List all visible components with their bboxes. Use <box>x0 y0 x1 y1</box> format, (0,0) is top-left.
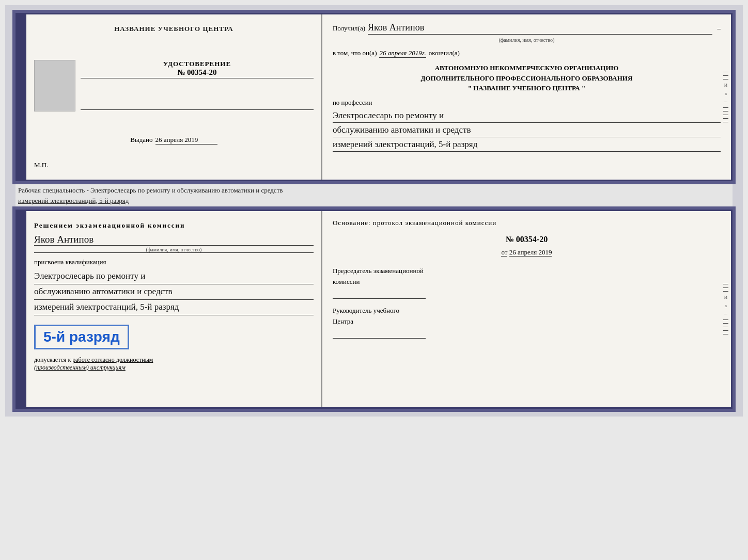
decision-sub: (фамилия, имя, отчество) <box>34 247 314 253</box>
basis-number: № 00354-20 <box>333 235 721 244</box>
top-cert-left: НАЗВАНИЕ УЧЕБНОГО ЦЕНТРА УДОСТОВЕРЕНИЕ №… <box>26 14 322 180</box>
qualification-line1: Электрослесарь по ремонту и <box>34 269 314 284</box>
cert-number-block: УДОСТОВЕРЕНИЕ № 00354-20 <box>81 60 314 78</box>
photo-placeholder <box>34 60 75 111</box>
statement-date: 26 апреля 2019г. <box>379 49 426 58</box>
basis-date-row: от 26 апреля 2019 <box>333 248 721 257</box>
допуск-label: допускается к <box>34 356 71 363</box>
chairman-label: Председатель экзаменационной <box>333 267 721 275</box>
director-sub: Центра <box>333 317 721 326</box>
допуск-value: работе согласно должностным <box>72 356 153 363</box>
decision-name: Яков Антипов <box>34 234 314 246</box>
bottom-cert-right: Основание: протокол экзаменационной коми… <box>322 211 731 407</box>
recipient-label: Получил(а) <box>333 24 365 33</box>
допуск-row: допускается к работе согласно должностны… <box>34 356 314 372</box>
statement-end: окончил(а) <box>429 49 460 57</box>
description-line2: измерений электростанций, 5-й разряд <box>18 196 730 206</box>
bottom-left-decoration <box>17 211 26 407</box>
description-text: Рабочая специальность - Электрослесарь п… <box>15 181 733 210</box>
org-block: АВТОНОМНУЮ НЕКОММЕРЧЕСКУЮ ОРГАНИЗАЦИЮ ДО… <box>333 63 721 93</box>
qualification-line2: обслуживанию автоматики и средств <box>34 284 314 300</box>
chairman-block: Председатель экзаменационной комиссии <box>333 267 721 299</box>
decision-title: Решением экзаменационной комиссии <box>34 221 314 230</box>
top-cert-right: Получил(а) Яков Антипов – (фамилия, имя,… <box>322 14 731 180</box>
bottom-certificate: Решением экзаменационной комиссии Яков А… <box>15 210 733 409</box>
profession-line2: обслуживанию автоматики и средств <box>333 123 721 137</box>
org-line2: ДОПОЛНИТЕЛЬНОГО ПРОФЕССИОНАЛЬНОГО ОБРАЗО… <box>333 73 721 84</box>
basis-date: 26 апреля 2019 <box>509 248 552 257</box>
date-label: Выдано <box>130 136 152 144</box>
org-line3: " НАЗВАНИЕ УЧЕБНОГО ЦЕНТРА " <box>333 83 721 93</box>
bottom-cert-left: Решением экзаменационной комиссии Яков А… <box>26 211 322 407</box>
mp-label: М.П. <box>34 161 48 169</box>
profession-line3: измерений электростанций, 5-й разряд <box>333 137 721 152</box>
recipient-name: Яков Антипов <box>368 22 712 35</box>
qualification-label: присвоена квалификация <box>34 258 314 266</box>
chairman-signature-line <box>333 289 426 299</box>
right-margin-deco: И а ← <box>721 14 731 180</box>
director-signature-line <box>333 328 426 339</box>
director-label: Руководитель учебного <box>333 307 721 315</box>
profession-line1: Электрослесарь по ремонту и <box>333 108 721 123</box>
statement-label: в том, что он(а) <box>333 49 377 57</box>
basis-label: Основание: протокол экзаменационной коми… <box>333 219 721 227</box>
basis-date-prefix: от <box>501 248 507 257</box>
date-value: 26 апреля 2019 <box>155 136 217 145</box>
recipient-row: Получил(а) Яков Антипов – <box>333 22 721 35</box>
chairman-sub: комиссии <box>333 278 721 286</box>
rank-badge: 5-й разряд <box>34 325 129 349</box>
statement-row: в том, что он(а) 26 апреля 2019г. окончи… <box>333 49 721 58</box>
cert-number: № 00354-20 <box>81 68 314 78</box>
recipient-sub: (фамилия, имя, отчество) <box>333 37 721 43</box>
left-decoration <box>17 14 26 180</box>
cert-date-row: Выдано 26 апреля 2019 <box>130 136 217 145</box>
top-cert-title: НАЗВАНИЕ УЧЕБНОГО ЦЕНТРА <box>114 25 233 33</box>
description-line1: Рабочая специальность - Электрослесарь п… <box>18 185 730 196</box>
profession-label: по профессии <box>333 99 721 107</box>
page-wrapper: НАЗВАНИЕ УЧЕБНОГО ЦЕНТРА УДОСТОВЕРЕНИЕ №… <box>5 5 743 417</box>
top-certificate: НАЗВАНИЕ УЧЕБНОГО ЦЕНТРА УДОСТОВЕРЕНИЕ №… <box>15 13 733 181</box>
допуск-italic: (производственным) инструкциям <box>34 364 126 371</box>
org-line1: АВТОНОМНУЮ НЕКОММЕРЧЕСКУЮ ОРГАНИЗАЦИЮ <box>333 63 721 73</box>
qualification-line3: измерений электростанций, 5-й разряд <box>34 300 314 315</box>
cert-label: УДОСТОВЕРЕНИЕ <box>81 60 314 68</box>
bottom-right-margin-deco: И а ← <box>721 211 731 407</box>
